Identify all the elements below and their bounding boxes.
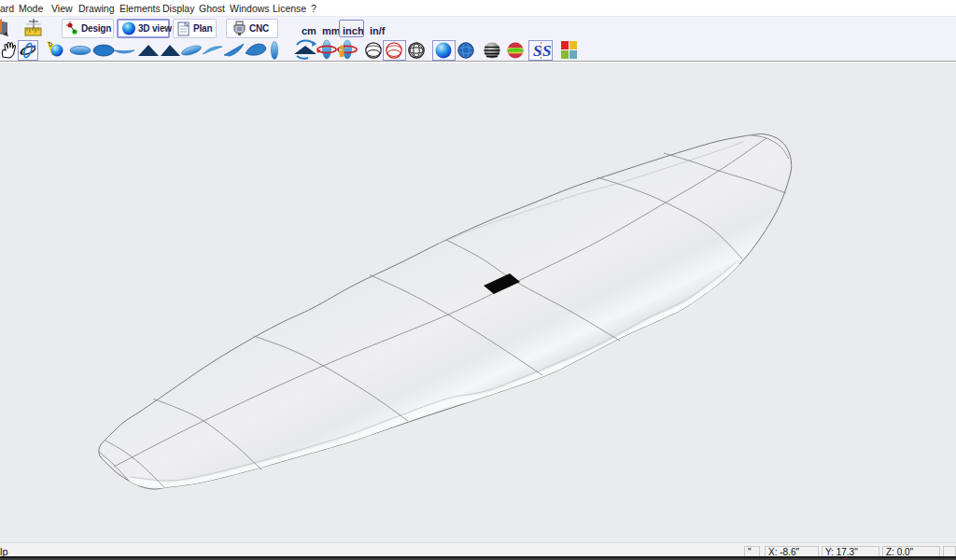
svg-text:S: S	[542, 42, 551, 60]
